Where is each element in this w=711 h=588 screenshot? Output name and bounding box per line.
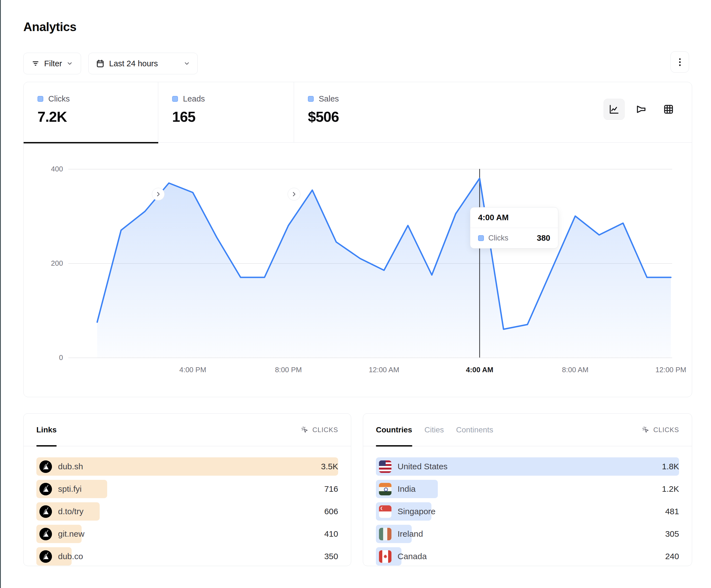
dub-logo-avatar [39,528,52,540]
chevron-down-icon [66,60,73,67]
table-toggle[interactable] [658,99,679,120]
x-axis-tick: 12:00 AM [369,366,399,374]
metric-label-text: CLICKS [653,426,679,434]
dub-logo-avatar [39,483,52,495]
expand-leads-button[interactable] [288,188,300,201]
row-value: 606 [324,507,338,516]
tab-links[interactable]: Links [36,413,57,446]
clicks-metric-label[interactable]: CLICKS [301,426,338,434]
row-label: United States [397,462,448,471]
countries-panel-header: Countries Cities Continents CLICKS [363,413,692,446]
dub-logo-avatar [39,550,52,563]
date-range-label: Last 24 hours [109,59,179,68]
tooltip-time: 4:00 AM [470,207,558,228]
row-label: Singapore [397,507,436,516]
cursor-click-icon [642,426,650,434]
funnel-chart-icon [635,104,647,115]
row-label: dub.co [58,552,83,561]
tooltip-value: 380 [537,233,550,243]
row-value: 350 [324,552,338,561]
funnel-chart-toggle[interactable] [631,99,652,120]
kebab-menu-icon [676,58,684,67]
line-chart-icon [608,104,620,115]
dub-logo-avatar [39,505,52,518]
flag-in-icon [379,483,391,495]
row-value: 3.5K [321,462,338,471]
row-value: 410 [324,529,338,539]
tab-cities[interactable]: Cities [425,413,444,446]
dub-logo-avatar [39,460,52,473]
y-axis-tick: 0 [38,353,63,362]
y-axis-tick: 200 [38,259,63,268]
countries-panel: Countries Cities Continents CLICKS Unite… [363,413,692,566]
clicks-metric-label[interactable]: CLICKS [642,426,679,434]
countries_panel-row[interactable]: Singapore481 [376,502,679,521]
tab-continents[interactable]: Continents [456,413,493,446]
tooltip-legend-square [478,235,484,241]
page-title: Analytics [23,20,76,34]
countries-list: United States1.8KIndia1.2KSingapore481Ir… [363,446,692,566]
links_panel-row[interactable]: dub.co350 [36,547,338,566]
row-label: dub.sh [58,462,83,471]
links-panel-header: Links CLICKS [24,413,351,446]
tab-leads[interactable]: Leads 165 [158,82,294,142]
expand-clicks-button[interactable] [152,188,165,201]
calendar-icon [96,59,105,68]
links-panel: Links CLICKS dub.sh3.5Kspti.fyi716d.to/t… [23,413,351,566]
links_panel-row[interactable]: git.new410 [36,525,338,543]
chevron-right-icon [291,191,297,197]
row-value: 1.2K [662,484,679,494]
filter-button[interactable]: Filter [23,53,81,74]
x-axis-tick: 8:00 PM [275,366,302,374]
row-label: Ireland [397,529,423,539]
stats-header: Clicks 7.2K Leads 165 Sales $506 [24,82,692,142]
row-label: spti.fyi [58,484,82,494]
filter-lines-icon [31,59,40,68]
analytics-page: Analytics Filter Last 24 hours [0,0,711,588]
links_panel-row[interactable]: spti.fyi716 [36,480,338,498]
countries_panel-row[interactable]: India1.2K [376,480,679,498]
flag-sg-icon [379,505,391,518]
links_panel-row[interactable]: dub.sh3.5K [36,457,338,476]
stat-label: Clicks [48,94,70,104]
row-value: 481 [665,507,679,516]
stat-value: $506 [308,109,433,125]
sales-legend-square [308,96,314,102]
links_panel-row[interactable]: d.to/try606 [36,502,338,521]
stat-label: Leads [183,94,205,104]
tab-clicks[interactable]: Clicks 7.2K [24,82,158,142]
x-axis-tick: 12:00 PM [655,366,686,374]
active-tab-underline [24,142,158,143]
window-edge [0,0,1,588]
more-options-button[interactable] [670,51,689,73]
tab-sales[interactable]: Sales $506 [294,82,433,142]
chevron-down-icon [184,60,190,67]
row-value: 240 [665,552,679,561]
countries_panel-row[interactable]: Ireland305 [376,525,679,543]
y-axis-tick: 400 [38,165,63,173]
countries_panel-row[interactable]: United States1.8K [376,457,679,476]
x-axis-tick: 4:00 AM [466,366,493,374]
chart-type-switcher [604,99,679,120]
x-axis-tick: 8:00 AM [562,366,588,374]
chart-tooltip: 4:00 AM Clicks 380 [470,207,558,249]
row-label: Canada [397,552,427,561]
stat-value: 165 [172,109,294,125]
row-label: d.to/try [58,507,84,516]
stat-label: Sales [319,94,339,104]
flag-ie-icon [379,528,391,540]
countries_panel-row[interactable]: Canada240 [376,547,679,566]
row-value: 1.8K [662,462,679,471]
clicks-legend-square [38,96,43,102]
stat-value: 7.2K [38,109,158,125]
leads-legend-square [172,96,178,102]
date-range-button[interactable]: Last 24 hours [88,53,198,74]
links-list: dub.sh3.5Kspti.fyi716d.to/try606git.new4… [24,446,351,566]
row-value: 305 [665,529,679,539]
chart-area-fill [97,178,671,358]
analytics-card: Clicks 7.2K Leads 165 Sales $506 [23,82,692,397]
row-label: git.new [58,529,84,539]
line-chart-toggle[interactable] [604,99,625,120]
flag-us-icon [379,460,391,473]
tab-countries[interactable]: Countries [376,413,412,446]
